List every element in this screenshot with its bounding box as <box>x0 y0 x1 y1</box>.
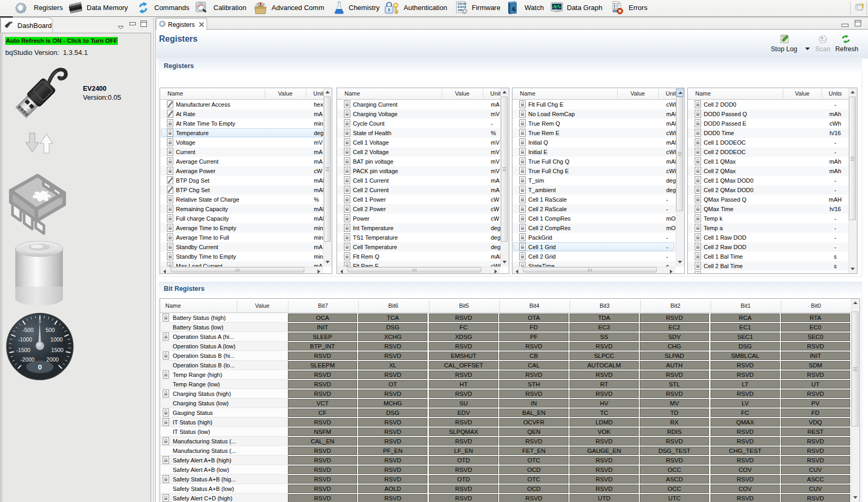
svg-text:-1500: -1500 <box>16 347 31 353</box>
svg-text:1000: 1000 <box>50 336 63 343</box>
svg-text:500: 500 <box>45 327 55 333</box>
svg-text:0: 0 <box>39 319 41 324</box>
svg-text:0: 0 <box>38 363 42 371</box>
svg-text:1500: 1500 <box>51 347 64 353</box>
svg-text:-500: -500 <box>22 327 33 333</box>
svg-text:2000: 2000 <box>46 356 59 363</box>
svg-text:-1000: -1000 <box>18 336 32 343</box>
